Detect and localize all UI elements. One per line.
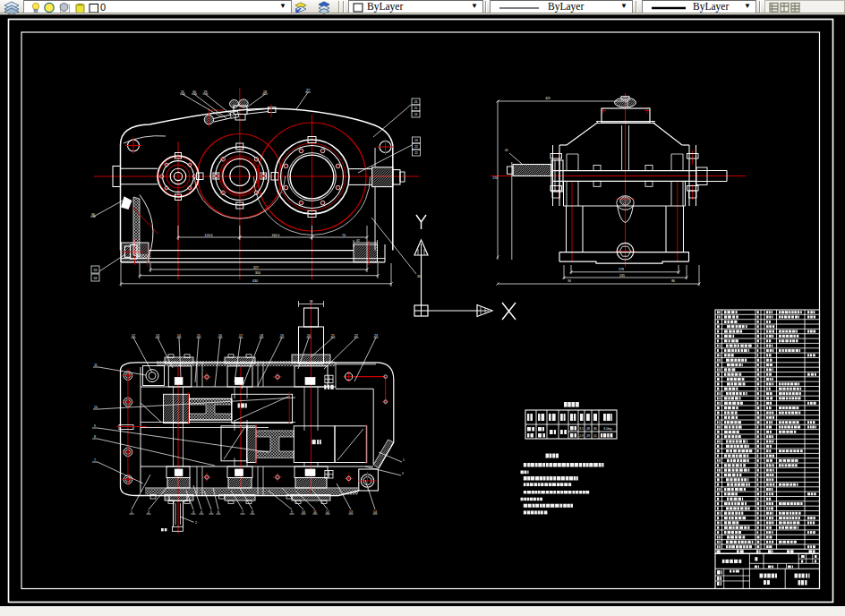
svg-text:25: 25	[414, 107, 418, 110]
svg-text:6: 6	[218, 510, 219, 514]
svg-text:27: 27	[306, 89, 310, 92]
svg-text:245: 245	[619, 274, 625, 278]
svg-text:15: 15	[197, 334, 201, 338]
svg-text:21: 21	[331, 334, 335, 338]
svg-text:18: 18	[263, 90, 267, 94]
svg-text:124.6: 124.6	[205, 234, 213, 237]
svg-text:23: 23	[414, 139, 418, 142]
svg-text:33: 33	[94, 269, 98, 272]
svg-text:30: 30	[192, 90, 196, 94]
svg-text:12: 12	[326, 510, 329, 514]
svg-text:8: 8	[252, 510, 253, 514]
svg-text:18: 18	[260, 334, 263, 338]
svg-text:94: 94	[568, 279, 571, 283]
svg-text:26: 26	[414, 100, 418, 104]
svg-text:8.1deg: 8.1deg	[604, 427, 612, 431]
svg-text:80: 80	[593, 427, 597, 431]
svg-text:160.5: 160.5	[272, 234, 280, 237]
svg-text:7: 7	[242, 510, 243, 514]
svg-text:10: 10	[94, 406, 98, 409]
svg-text:1: 1	[131, 510, 132, 514]
svg-text:16: 16	[218, 334, 222, 338]
svg-text:9: 9	[291, 510, 293, 514]
svg-text:430: 430	[252, 279, 258, 283]
svg-text:14: 14	[177, 334, 181, 338]
svg-text:11: 11	[94, 364, 98, 367]
svg-text:23: 23	[374, 334, 378, 338]
svg-text:48: 48	[586, 427, 590, 431]
svg-text:350: 350	[255, 271, 260, 275]
svg-text:12: 12	[132, 334, 135, 338]
svg-text:21: 21	[414, 151, 418, 155]
svg-text:327: 327	[253, 266, 259, 270]
svg-text:13: 13	[156, 334, 159, 338]
svg-text:86: 86	[671, 279, 675, 283]
svg-text:22: 22	[414, 145, 418, 149]
svg-text:425: 425	[545, 97, 551, 100]
svg-text:11: 11	[313, 510, 317, 514]
svg-text:62: 62	[356, 239, 360, 243]
svg-text:29: 29	[204, 90, 208, 94]
svg-text:17: 17	[239, 334, 243, 338]
svg-text:3.5: 3.5	[579, 427, 584, 431]
svg-text:3: 3	[192, 510, 194, 514]
svg-text:2.9: 2.9	[579, 434, 584, 438]
svg-text:2: 2	[148, 510, 149, 514]
svg-text:34: 34	[94, 277, 98, 280]
svg-text:13: 13	[349, 510, 353, 514]
svg-text:1: 1	[403, 458, 405, 462]
svg-text:8: 8	[94, 435, 96, 439]
svg-text:51: 51	[593, 434, 597, 438]
svg-text:31: 31	[181, 90, 184, 94]
svg-text:10: 10	[302, 510, 305, 514]
svg-text:35: 35	[417, 275, 421, 278]
svg-text:22: 22	[354, 334, 358, 338]
svg-text:41: 41	[505, 149, 508, 152]
svg-text:20: 20	[307, 334, 311, 338]
svg-text:74: 74	[342, 234, 346, 237]
svg-text:2: 2	[195, 521, 197, 525]
svg-text:19: 19	[280, 334, 284, 338]
svg-text:9: 9	[94, 424, 96, 428]
svg-text:170: 170	[492, 176, 498, 180]
svg-text:4: 4	[201, 510, 202, 514]
svg-text:2: 2	[402, 472, 404, 475]
svg-text:7: 7	[94, 458, 96, 462]
svg-text:178: 178	[619, 268, 624, 271]
svg-text:24: 24	[414, 113, 418, 116]
svg-text:14: 14	[373, 510, 377, 514]
svg-text:29: 29	[586, 434, 590, 438]
svg-text:5: 5	[210, 510, 212, 514]
svg-text:38: 38	[310, 300, 313, 304]
